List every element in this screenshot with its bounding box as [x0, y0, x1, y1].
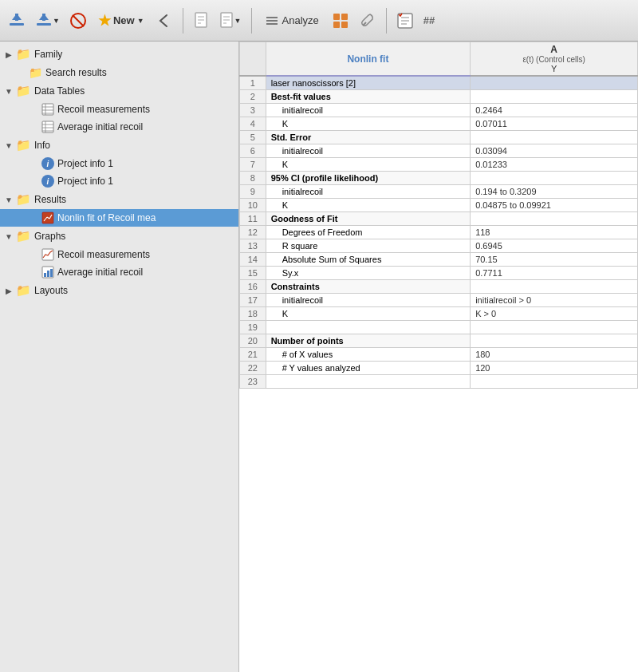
nonlin-fit-label: Nonlin fit: [347, 53, 388, 65]
sidebar-item-recoil-measurements[interactable]: Recoil measurements: [0, 101, 238, 118]
row-value: [471, 334, 638, 348]
nonlin-fit-col-header: Nonlin fit: [266, 42, 470, 77]
svg-rect-3: [37, 23, 51, 26]
back-icon: [156, 12, 173, 30]
table-row: 1laser nanoscissors [2]: [240, 76, 638, 90]
new-button[interactable]: ★ New ▼: [93, 10, 149, 32]
table-row: 6initialrecoil0.03094: [240, 144, 638, 158]
svg-rect-21: [333, 22, 340, 28]
sidebar-item-project-info-1[interactable]: i Project info 1: [0, 155, 238, 172]
sidebar-label-avg-graph: Average initial recoil: [57, 267, 143, 278]
row-value: 0.03094: [471, 144, 638, 158]
table-row: 15Sy.x0.7711: [240, 267, 638, 280]
row-label: Best-fit values: [266, 90, 470, 104]
sidebar-item-recoil-graph[interactable]: Recoil measurements: [0, 246, 238, 263]
table-row: 4K0.07011: [240, 117, 638, 131]
sidebar-label-info: Info: [34, 140, 50, 151]
sidebar-item-avg-recoil[interactable]: Average initial recoil: [0, 118, 238, 136]
row-value: [471, 280, 638, 294]
graph-icon-recoil: [41, 248, 54, 261]
layout-btn[interactable]: [393, 10, 417, 31]
svg-rect-45: [47, 271, 49, 277]
analyze-btn[interactable]: Analyze: [258, 11, 325, 30]
download2-btn[interactable]: ▼: [32, 10, 63, 31]
expand-arrow-info: ▼: [5, 141, 13, 150]
row-value: 0.7711: [471, 267, 638, 280]
row-label: [266, 375, 470, 389]
row-label: K: [266, 158, 470, 172]
table-row: 10K0.04875 to 0.09921: [240, 199, 638, 212]
results-table: Nonlin fit A ε(t) (Control cells) Y 1las…: [239, 42, 638, 389]
row-number: 22: [240, 362, 266, 375]
table-row: 16Constraints: [240, 280, 638, 294]
page-btn[interactable]: [190, 10, 212, 31]
col-a-label: A: [475, 44, 632, 55]
page2-btn[interactable]: ▼: [215, 10, 245, 31]
svg-rect-0: [10, 23, 24, 26]
table-body: 1laser nanoscissors [2]2Best-fit values3…: [240, 76, 638, 389]
row-number: 1: [240, 76, 266, 90]
row-value: [471, 131, 638, 144]
stop-btn[interactable]: [66, 10, 90, 31]
download-icon: [8, 12, 26, 30]
row-label: Degrees of Freedom: [266, 226, 470, 239]
back-btn[interactable]: [152, 10, 176, 31]
row-label: # Y values analyzed: [266, 362, 470, 375]
hash-icon: ##: [423, 14, 435, 26]
row-number: 6: [240, 144, 266, 158]
row-number: 13: [240, 239, 266, 253]
row-label: initialrecoil: [266, 185, 470, 199]
sidebar-label-recoil-measurements: Recoil measurements: [57, 104, 150, 115]
row-value: 180: [471, 348, 638, 362]
sidebar-item-layouts[interactable]: ▶ 📁 Layouts: [0, 281, 238, 300]
row-value: [471, 375, 638, 389]
grid-btn[interactable]: [329, 10, 352, 31]
sidebar-item-avg-graph[interactable]: Average initial recoil: [0, 263, 238, 281]
table-row: 18KK > 0: [240, 307, 638, 321]
sidebar-item-nonlin-fit[interactable]: Nonlin fit of Recoil mea: [0, 209, 238, 227]
row-number: 18: [240, 307, 266, 321]
sidebar-item-graphs[interactable]: ▼ 📁 Graphs: [0, 227, 238, 246]
svg-rect-20: [341, 14, 348, 20]
table-row: 12Degrees of Freedom118: [240, 226, 638, 239]
sidebar-label-avg-recoil: Average initial recoil: [57, 121, 143, 132]
row-label: K: [266, 117, 470, 131]
row-number: 15: [240, 267, 266, 280]
folder-icon-graphs: 📁: [16, 229, 31, 243]
sidebar-item-family[interactable]: ▶ 📁 Family: [0, 45, 238, 64]
row-number: 19: [240, 321, 266, 334]
row-label: laser nanoscissors [2]: [266, 76, 470, 90]
star-icon: ★: [98, 12, 111, 30]
row-number: 5: [240, 131, 266, 144]
table-row: 3initialrecoil0.2464: [240, 104, 638, 117]
row-label: Std. Error: [266, 131, 470, 144]
sidebar-item-search-results[interactable]: 📁 Search results: [0, 64, 238, 81]
separator-2: [251, 8, 252, 34]
row-value: [471, 212, 638, 226]
sidebar-item-info[interactable]: ▼ 📁 Info: [0, 136, 238, 155]
sidebar-label-graphs: Graphs: [34, 231, 65, 242]
row-value: 120: [471, 362, 638, 375]
sidebar-item-project-info-1b[interactable]: i Project info 1: [0, 172, 238, 190]
sidebar-item-results[interactable]: ▼ 📁 Results: [0, 190, 238, 209]
svg-line-7: [73, 15, 84, 26]
expand-arrow-data-tables: ▼: [5, 87, 13, 96]
tool-btn[interactable]: [356, 10, 380, 31]
sidebar-item-data-tables[interactable]: ▼ 📁 Data Tables: [0, 81, 238, 101]
row-number: 3: [240, 104, 266, 117]
row-value: 0.6945: [471, 239, 638, 253]
bar-graph-icon-avg: [41, 266, 54, 279]
row-number: 23: [240, 375, 266, 389]
svg-rect-46: [50, 269, 53, 277]
row-value: 0.194 to 0.3209: [471, 185, 638, 199]
row-value: 70.15: [471, 253, 638, 267]
table-row: 20Number of points: [240, 334, 638, 348]
toolbar: ▼ ★ New ▼ ▼: [0, 0, 638, 42]
download-btn[interactable]: [5, 10, 29, 31]
hash-btn[interactable]: ##: [420, 13, 438, 28]
row-value: 118: [471, 226, 638, 239]
info-icon-1b: i: [41, 175, 54, 188]
analyze-lines-icon: [265, 14, 279, 28]
analyze-label: Analyze: [282, 14, 319, 26]
row-number: 16: [240, 280, 266, 294]
